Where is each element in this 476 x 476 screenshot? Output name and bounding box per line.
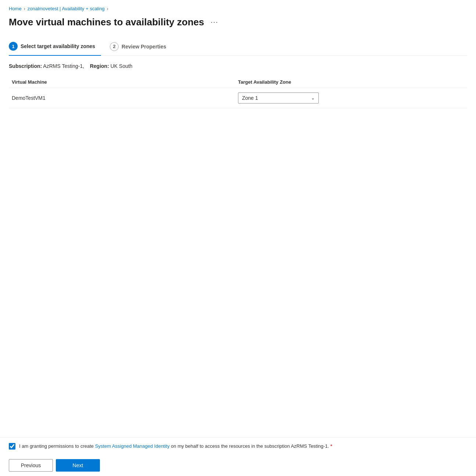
step-1-circle: 1 bbox=[9, 42, 18, 51]
consent-checkbox[interactable] bbox=[9, 443, 15, 450]
consent-link[interactable]: System Assigned Managed Identity bbox=[95, 443, 170, 449]
step-1[interactable]: 1 Select target availability zones bbox=[9, 38, 101, 56]
breadcrumb-resource[interactable]: zonalmovetest | Availability + scaling bbox=[28, 6, 105, 11]
region-label: Region: bbox=[90, 63, 109, 69]
col-zone-header: Target Availability Zone bbox=[238, 76, 467, 88]
step-1-label: Select target availability zones bbox=[21, 43, 95, 49]
subscription-label: Subscription: bbox=[9, 63, 42, 69]
step-2[interactable]: 2 Review Properties bbox=[110, 39, 172, 55]
table-row: DemoTestVM1Zone 1⌄ bbox=[9, 88, 467, 108]
page-title-row: Move virtual machines to availability zo… bbox=[9, 17, 467, 28]
region-value-text: UK South bbox=[111, 63, 133, 69]
page-title: Move virtual machines to availability zo… bbox=[9, 17, 204, 28]
breadcrumb-sep1: › bbox=[24, 6, 25, 11]
step-2-circle: 2 bbox=[110, 42, 119, 51]
breadcrumb-home[interactable]: Home bbox=[9, 6, 22, 11]
zone-cell: Zone 1⌄ bbox=[238, 88, 467, 108]
next-button[interactable]: Next bbox=[56, 459, 100, 472]
subscription-value-text: AzRMS Testing-1, bbox=[43, 63, 84, 69]
vm-table: Virtual Machine Target Availability Zone… bbox=[9, 76, 467, 108]
consent-text-before: I am granting permissions to create bbox=[19, 443, 95, 449]
zone-selected-value: Zone 1 bbox=[242, 95, 258, 101]
zone-dropdown[interactable]: Zone 1⌄ bbox=[238, 92, 319, 103]
button-row: Previous Next bbox=[0, 455, 476, 476]
consent-text-after: on my behalf to access the resources in … bbox=[170, 443, 329, 449]
col-vm-header: Virtual Machine bbox=[9, 76, 238, 88]
chevron-down-icon: ⌄ bbox=[311, 95, 315, 101]
info-row: Subscription: AzRMS Testing-1, Region: U… bbox=[9, 63, 467, 69]
wizard-steps: 1 Select target availability zones 2 Rev… bbox=[9, 38, 467, 56]
consent-text: I am granting permissions to create Syst… bbox=[19, 443, 332, 450]
previous-button[interactable]: Previous bbox=[9, 459, 53, 472]
consent-required-marker: * bbox=[330, 443, 332, 449]
breadcrumb: Home › zonalmovetest | Availability + sc… bbox=[9, 6, 467, 11]
vm-name-cell: DemoTestVM1 bbox=[9, 88, 238, 108]
step-2-label: Review Properties bbox=[122, 44, 166, 50]
more-options-button[interactable]: ··· bbox=[209, 18, 221, 27]
breadcrumb-sep2: › bbox=[107, 6, 108, 11]
consent-row: I am granting permissions to create Syst… bbox=[0, 437, 476, 455]
